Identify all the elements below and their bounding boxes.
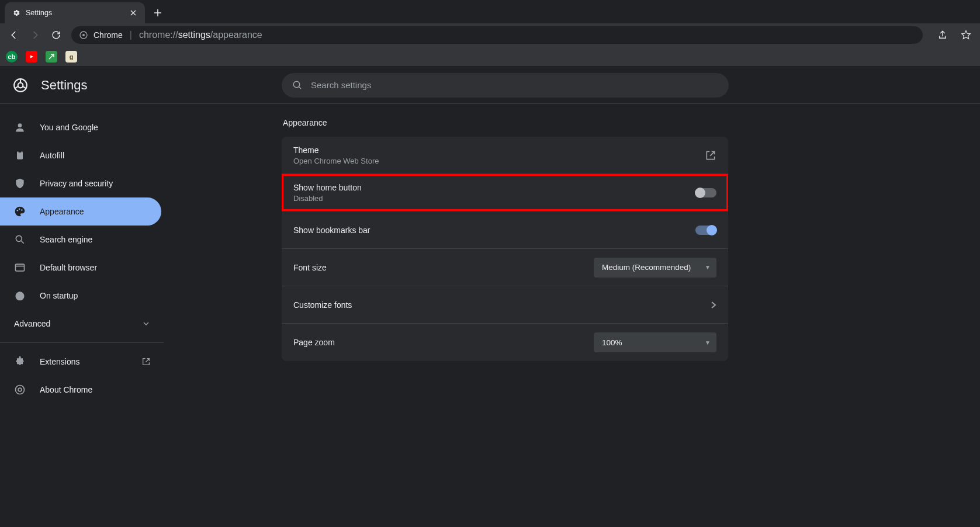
sidebar-item-label: Extensions	[40, 357, 79, 366]
svg-rect-9	[19, 151, 22, 152]
row-font-size: Font size Medium (Recommended) ▼	[282, 249, 728, 286]
svg-point-7	[18, 123, 22, 127]
sidebar-item-you-and-google[interactable]: You and Google	[0, 113, 161, 141]
divider	[0, 342, 164, 343]
select-value: Medium (Recommended)	[602, 263, 691, 272]
svg-point-10	[17, 210, 19, 212]
shield-icon	[14, 178, 26, 189]
forward-button[interactable]	[26, 26, 44, 44]
search-icon	[14, 234, 26, 245]
browser-tab[interactable]: Settings	[5, 2, 145, 23]
search-settings-input[interactable]	[282, 73, 729, 98]
search-input-field[interactable]	[311, 80, 718, 90]
site-info-icon[interactable]	[78, 30, 89, 40]
url-text: chrome://settings/appearance	[139, 30, 262, 40]
row-label: Font size	[293, 263, 594, 272]
row-show-home-button: Show home button Disabled	[282, 174, 728, 212]
close-icon[interactable]	[129, 8, 138, 18]
row-customize-fonts[interactable]: Customize fonts	[282, 286, 728, 324]
select-value: 100%	[602, 338, 622, 347]
palette-icon	[14, 206, 26, 217]
url-separator: |	[130, 30, 132, 40]
person-icon	[14, 122, 26, 133]
settings-main: Appearance Theme Open Chrome Web Store S…	[164, 104, 980, 527]
new-tab-button[interactable]	[150, 5, 166, 21]
svg-point-5	[18, 82, 23, 88]
sidebar-item-search-engine[interactable]: Search engine	[0, 226, 161, 254]
address-bar[interactable]: Chrome | chrome://settings/appearance	[71, 26, 923, 44]
svg-rect-14	[16, 264, 25, 271]
tab-title: Settings	[26, 9, 124, 17]
section-title: Appearance	[282, 118, 728, 127]
bookmark-star-button[interactable]	[957, 26, 975, 44]
sidebar-item-label: Search engine	[40, 235, 92, 244]
sidebar-item-default-browser[interactable]: Default browser	[0, 254, 161, 282]
svg-point-17	[18, 388, 22, 391]
svg-point-13	[16, 235, 22, 241]
sidebar-item-extensions[interactable]: Extensions	[0, 348, 161, 376]
sidebar-item-appearance[interactable]: Appearance	[0, 197, 161, 226]
sidebar-item-on-startup[interactable]: On startup	[0, 282, 161, 310]
row-sublabel: Disabled	[293, 194, 695, 203]
svg-point-6	[293, 81, 300, 88]
sidebar-item-label: Autofill	[40, 151, 64, 160]
url-host: Chrome	[94, 30, 123, 40]
row-page-zoom: Page zoom 100% ▼	[282, 324, 728, 361]
browser-toolbar: Chrome | chrome://settings/appearance	[0, 23, 980, 47]
bookmark-item[interactable]	[46, 51, 57, 63]
gear-icon	[12, 8, 21, 18]
browser-icon	[14, 262, 26, 273]
row-show-bookmarks-bar: Show bookmarks bar	[282, 212, 728, 249]
row-label: Page zoom	[293, 338, 594, 347]
power-icon	[14, 290, 26, 301]
back-button[interactable]	[5, 26, 23, 44]
row-theme[interactable]: Theme Open Chrome Web Store	[282, 137, 728, 174]
svg-point-12	[21, 209, 23, 211]
chrome-icon	[14, 384, 26, 396]
bookmark-item[interactable]: g	[65, 51, 77, 63]
font-size-select[interactable]: Medium (Recommended) ▼	[594, 258, 716, 278]
chevron-right-icon	[711, 301, 716, 309]
bookmarks-bar-toggle[interactable]	[695, 226, 716, 235]
share-button[interactable]	[933, 26, 952, 44]
row-sublabel: Open Chrome Web Store	[293, 157, 705, 165]
sidebar-item-label: On startup	[40, 291, 78, 300]
svg-point-1	[82, 34, 85, 36]
settings-header: Settings	[0, 67, 980, 104]
external-link-icon	[705, 150, 716, 161]
row-label: Customize fonts	[293, 300, 711, 310]
chevron-down-icon: ▼	[705, 339, 711, 346]
bookmark-item[interactable]	[26, 51, 37, 63]
appearance-card: Theme Open Chrome Web Store Show home bu…	[282, 137, 728, 361]
browser-tab-bar: Settings	[0, 0, 980, 23]
sidebar-advanced-toggle[interactable]: Advanced	[0, 310, 164, 338]
search-icon	[292, 80, 303, 91]
external-link-icon	[141, 357, 151, 366]
chevron-down-icon: ▼	[705, 264, 711, 271]
row-label: Show bookmarks bar	[293, 226, 695, 235]
sidebar-item-about[interactable]: About Chrome	[0, 376, 161, 404]
bookmark-item[interactable]: cb	[6, 51, 18, 63]
reload-button[interactable]	[47, 26, 65, 44]
sidebar-item-autofill[interactable]: Autofill	[0, 141, 161, 169]
bookmarks-bar: cb g	[0, 47, 980, 67]
sidebar-item-label: Appearance	[40, 207, 84, 216]
chrome-logo-icon	[13, 78, 28, 93]
svg-point-16	[16, 386, 25, 394]
settings-sidebar: You and Google Autofill Privacy and secu…	[0, 104, 164, 527]
row-label: Show home button	[293, 183, 695, 192]
sidebar-item-label: You and Google	[40, 123, 98, 132]
clipboard-icon	[14, 150, 26, 161]
home-button-toggle[interactable]	[695, 188, 716, 197]
advanced-label: Advanced	[14, 319, 50, 328]
page-zoom-select[interactable]: 100% ▼	[594, 332, 716, 352]
sidebar-item-label: About Chrome	[40, 385, 92, 394]
puzzle-icon	[14, 356, 26, 367]
sidebar-item-label: Default browser	[40, 263, 97, 272]
sidebar-item-label: Privacy and security	[40, 179, 113, 188]
svg-rect-8	[17, 151, 23, 159]
row-label: Theme	[293, 145, 705, 155]
page-title: Settings	[41, 78, 88, 93]
chevron-down-icon	[143, 320, 150, 327]
sidebar-item-privacy[interactable]: Privacy and security	[0, 169, 161, 197]
